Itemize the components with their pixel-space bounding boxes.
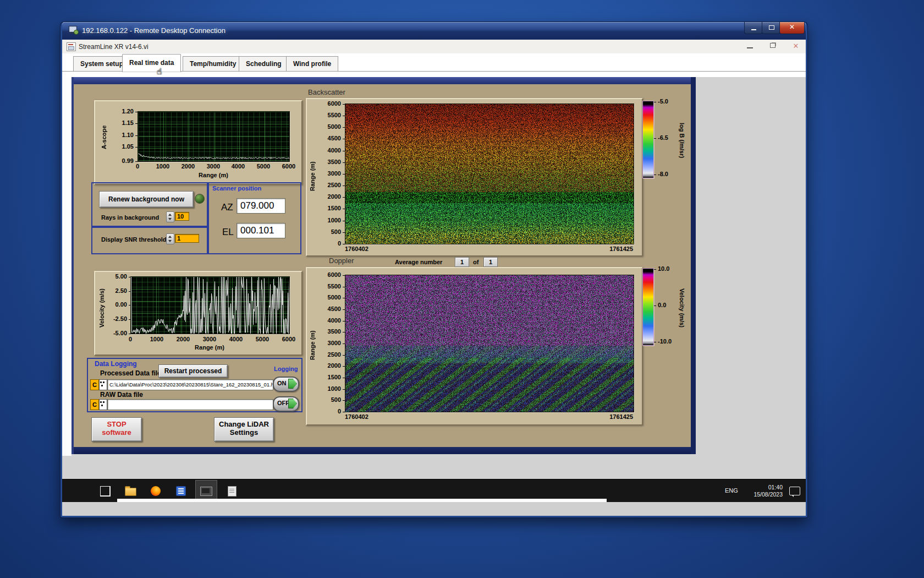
axis-tick: 1000 <box>318 217 341 223</box>
snr-box: Display SNR threshold 1 <box>91 226 209 254</box>
axis-tick: 5500 <box>318 112 341 118</box>
axis-tick: 2500 <box>318 351 341 358</box>
app-minimize-button[interactable] <box>741 41 758 52</box>
clock-date: 15/08/2023 <box>745 491 783 498</box>
tab-real-time-data[interactable]: Real time data <box>122 54 181 72</box>
rdp-icon <box>69 26 79 35</box>
taskbar-clock[interactable]: 01:40 15/08/2023 <box>745 484 783 498</box>
axis-tick: 3000 <box>318 170 341 177</box>
snr-value[interactable]: 1 <box>175 234 199 243</box>
minimize-button[interactable] <box>744 22 762 34</box>
tab-temp-humidity[interactable]: Temp/humidity <box>183 56 243 71</box>
tab-scheduling[interactable]: Scheduling <box>239 56 289 71</box>
background-led <box>195 194 205 204</box>
tab-wind-profile[interactable]: Wind profile <box>286 56 338 71</box>
stop-software-button[interactable]: STOPsoftware <box>91 417 142 441</box>
axis-tick: 0 <box>318 240 341 247</box>
axis-tick: 4000 <box>318 317 341 324</box>
doppler-y-label: Range (m) <box>309 315 316 375</box>
axis-tick: 4500 <box>318 306 341 312</box>
ascope-graph: A-scope 1.20 1.15 1.10 1.05 0.99 0 1000 … <box>94 100 302 185</box>
average-number-label: Average number <box>395 259 442 265</box>
az-value[interactable]: 079.000 <box>237 198 285 214</box>
backscatter-y-label: Range (m) <box>309 146 316 206</box>
el-value[interactable]: 000.101 <box>237 223 285 238</box>
of-count-value[interactable]: 1 <box>483 257 498 267</box>
axis-tick: 6000 <box>277 336 301 342</box>
axis-tick: 3000 <box>197 336 222 342</box>
processed-logging-toggle[interactable]: ON <box>273 377 299 392</box>
raw-browse-icon[interactable] <box>99 399 107 410</box>
raw-path-field[interactable] <box>107 399 273 410</box>
doppler-x-start: 1760402 <box>345 413 369 420</box>
processed-browse-icon[interactable] <box>99 379 107 390</box>
colorbar-tick: -10.0 <box>658 338 680 345</box>
axis-tick: 2500 <box>318 182 341 188</box>
vi-icon <box>67 42 76 51</box>
app-restore-button[interactable] <box>765 41 781 52</box>
backscatter-graph: Range (m) 6000 5500 5000 4500 4000 3500 … <box>306 98 643 257</box>
axis-tick: 1500 <box>318 374 341 380</box>
axis-tick: 4000 <box>224 336 248 342</box>
raw-drive-box[interactable]: C <box>90 399 99 410</box>
average-number-value[interactable]: 1 <box>455 257 469 267</box>
data-logging-title: Data Logging <box>95 360 137 368</box>
axis-tick: 1.20 <box>111 108 134 114</box>
colorbar-tick: -8.0 <box>658 171 680 177</box>
velocity-graph: Velocity (m/s) 5.00 2.50 0.00 -2.50 -5.0… <box>94 271 302 356</box>
of-label: of <box>473 259 479 265</box>
maximize-button[interactable] <box>762 22 780 34</box>
colorbar-gradient <box>642 101 654 178</box>
axis-tick: 3500 <box>318 328 341 335</box>
axis-tick: 1.10 <box>111 132 134 138</box>
clock-time: 01:40 <box>745 484 783 491</box>
app-titlebar: StreamLine XR v14-6.vi <box>62 40 806 54</box>
start-button[interactable] <box>94 480 116 502</box>
rays-spinner[interactable] <box>166 211 174 222</box>
ascope-x-label: Range (m) <box>180 172 246 178</box>
axis-tick: 0 <box>118 336 142 342</box>
axis-tick: 4000 <box>226 163 250 170</box>
rays-value[interactable]: 10 <box>175 212 189 221</box>
renew-background-button[interactable]: Renew background now <box>99 191 194 208</box>
processed-drive-box[interactable]: C <box>90 379 99 390</box>
notification-icon[interactable] <box>789 487 800 495</box>
rays-label: Rays in background <box>101 214 159 221</box>
snr-spinner[interactable] <box>166 233 174 244</box>
raw-logging-toggle[interactable]: OFF <box>273 396 299 412</box>
axis-tick: 3000 <box>318 340 341 346</box>
close-button[interactable]: ✕ <box>779 22 805 34</box>
doppler-colorbar-label: Velocity (m/s) <box>679 271 685 345</box>
doppler-x-end: 1761425 <box>589 413 633 420</box>
axis-tick: 5000 <box>251 163 276 170</box>
toggle-lamp <box>288 399 297 408</box>
doppler-heatmap <box>345 275 634 412</box>
axis-tick: 5.00 <box>104 273 127 280</box>
restart-processed-file-button[interactable]: Restart processed file <box>158 364 228 378</box>
backscatter-colorbar-label: log B (/m/sr) <box>679 103 685 177</box>
el-label: EL <box>222 227 234 238</box>
axis-tick: 6000 <box>318 100 341 107</box>
axis-tick: 2.50 <box>104 287 127 294</box>
axis-tick: 2000 <box>171 336 195 342</box>
axis-tick: 4500 <box>318 135 341 141</box>
axis-tick: 2000 <box>176 163 200 170</box>
axis-tick: 500 <box>318 228 341 235</box>
backscatter-colorbar: -5.0 -6.5 -8.0 log B (/m/sr) <box>642 99 695 184</box>
axis-tick: 5000 <box>318 123 341 130</box>
rdp-titlebar[interactable]: 192.168.0.122 - Remote Desktop Connectio… <box>62 22 806 40</box>
change-lidar-settings-button[interactable]: Change LiDARSettings <box>214 417 274 441</box>
front-panel: A-scope 1.20 1.15 1.10 1.05 0.99 0 1000 … <box>72 77 696 454</box>
colorbar-tick: 0.0 <box>658 302 680 308</box>
background-box: Renew background now Rays in background … <box>91 182 209 228</box>
az-label: AZ <box>221 202 233 213</box>
taskbar-margin <box>62 502 806 516</box>
axis-tick: 0.00 <box>104 301 127 308</box>
cursor: ☝ <box>157 67 162 77</box>
app-close-button[interactable]: ✕ <box>788 41 804 52</box>
processed-path-field[interactable]: C:\Lidar\Data\Proc\2023\202308\20230815\… <box>107 379 273 390</box>
rdp-title: 192.168.0.122 - Remote Desktop Connectio… <box>82 26 226 35</box>
axis-tick: 4000 <box>318 147 341 154</box>
language-indicator[interactable]: ENG <box>725 487 738 494</box>
axis-tick: 2000 <box>318 362 341 369</box>
